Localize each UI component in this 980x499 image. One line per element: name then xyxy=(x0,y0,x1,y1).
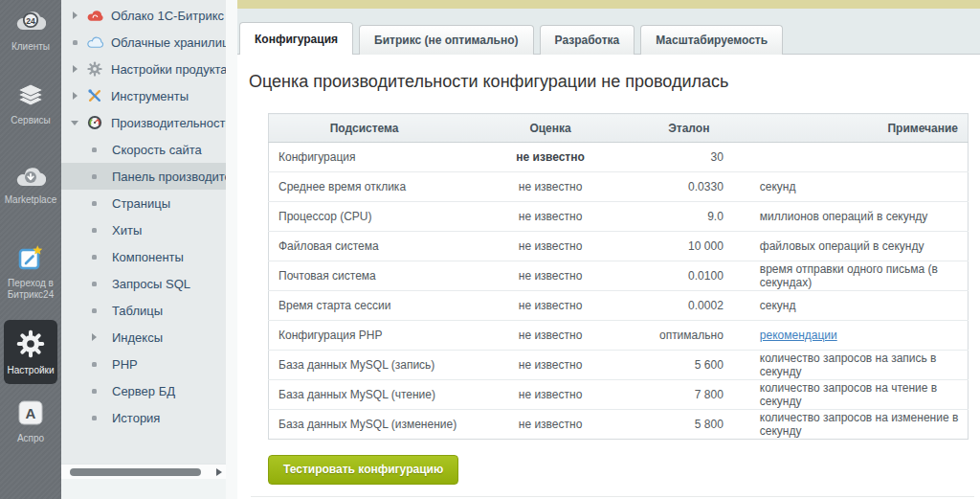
menu-item-label: Страницы xyxy=(112,196,170,211)
cell-text: Время старта сессии xyxy=(278,299,390,312)
column-header: Подсистема xyxy=(269,114,460,143)
bullet-icon xyxy=(88,201,100,206)
rail-item-label: Сервисы xyxy=(11,115,50,126)
menu-item[interactable]: История xyxy=(61,404,226,431)
tab-label: Масштабируемость xyxy=(656,34,768,47)
tab-scalability[interactable]: Масштабируемость xyxy=(640,25,783,55)
chevron-right-icon[interactable] xyxy=(69,11,80,19)
chevron-right-icon[interactable] xyxy=(88,333,100,341)
rail-item-cloud-download[interactable]: Marketplace xyxy=(0,165,61,206)
cell-text: не известно xyxy=(519,388,583,401)
cell-text: количество запросов на изменение в секун… xyxy=(760,411,959,438)
menu-item[interactable]: Индексы xyxy=(61,324,226,351)
scroll-track[interactable] xyxy=(68,468,213,476)
cell-text: не известно xyxy=(519,329,583,342)
table-row: Почтовая системане известно0.0100время о… xyxy=(269,261,969,291)
menu-horizontal-scrollbar[interactable] xyxy=(61,464,226,479)
menu-item[interactable]: Облачные хранилища xyxy=(61,29,226,56)
recommendations-link[interactable]: рекомендации xyxy=(760,329,837,342)
rail-item-clients-24[interactable]: 24Клиенты xyxy=(0,8,61,53)
cloud-download-icon xyxy=(15,165,46,192)
cell-text: секунд xyxy=(760,180,796,193)
table-header-row: ПодсистемаОценкаЭталонПримечание xyxy=(269,114,969,143)
bitrix24-icon xyxy=(17,244,44,275)
chevron-right-icon[interactable] xyxy=(69,92,80,100)
chevron-right-icon[interactable] xyxy=(69,65,80,73)
menu-item[interactable]: Страницы xyxy=(61,190,226,216)
tab-label: Конфигурация xyxy=(255,33,338,46)
gear-icon xyxy=(16,329,45,362)
subsystem-cell: База данных MySQL (чтение) xyxy=(269,380,460,410)
menu-item[interactable]: Таблицы xyxy=(61,297,226,324)
bullet-icon xyxy=(88,255,100,260)
notice-band xyxy=(237,0,980,9)
rail-item-label: Аспро xyxy=(17,433,44,444)
score-cell: не известно xyxy=(459,380,641,410)
rail-item-label: Переход в Битрикс24 xyxy=(2,278,59,301)
menu-item-label: Настройки продукта xyxy=(111,62,226,77)
note-cell xyxy=(737,143,969,172)
tab-configuration[interactable]: Конфигурация xyxy=(239,22,353,55)
menu-item[interactable]: Инструменты xyxy=(61,82,226,109)
main-area: КонфигурацияБитрикс (не оптимально)Разра… xyxy=(237,0,980,499)
cloud-red-icon xyxy=(86,8,103,23)
bullet-icon xyxy=(88,282,100,286)
menu-item[interactable]: Сервер БД xyxy=(61,377,226,404)
test-configuration-button[interactable]: Тестировать конфигурацию xyxy=(268,455,458,485)
subsystem-cell: Среднее время отклика xyxy=(269,172,460,202)
bullet-icon xyxy=(88,362,100,367)
menu-item-label: Компоненты xyxy=(112,250,184,264)
menu-item[interactable]: Производительность xyxy=(61,109,226,136)
tab-bitrix[interactable]: Битрикс (не оптимально) xyxy=(359,25,534,55)
table-body: Конфигурацияне известно30Среднее время о… xyxy=(269,143,969,440)
etalon-cell: 0.0330 xyxy=(641,172,737,202)
cell-text: База данных MySQL (чтение) xyxy=(278,388,435,401)
score-cell: не известно xyxy=(459,232,641,261)
menu-item[interactable]: Облако 1С-Битрикс xyxy=(61,2,226,29)
cell-text: не известно xyxy=(519,418,583,431)
bullet-icon xyxy=(88,308,100,313)
note-cell: миллионов операций в секунду xyxy=(737,202,969,232)
rail-item-aspro-a[interactable]: AАспро xyxy=(0,399,61,444)
aspro-a-icon: A xyxy=(17,399,44,430)
note-cell: количество запросов на изменение в секун… xyxy=(737,410,969,440)
menu-item[interactable]: Хиты xyxy=(61,216,226,243)
cell-text: 0.0002 xyxy=(688,299,724,312)
menu-item[interactable]: Скорость сайта xyxy=(61,136,226,163)
cell-text: количество запросов на запись в секунду xyxy=(760,352,937,378)
subsystem-cell: База данных MySQL (изменение) xyxy=(269,410,460,440)
menu-item[interactable]: Настройки продукта xyxy=(61,56,226,82)
menu-item[interactable]: PHP xyxy=(61,351,226,377)
page-content: Оценка производительности конфигурации н… xyxy=(237,55,980,497)
tab-development[interactable]: Разработка xyxy=(540,25,635,55)
bullet-icon xyxy=(88,147,100,152)
chevron-down-icon[interactable] xyxy=(69,121,80,125)
table-row: Среднее время откликане известно0.0330се… xyxy=(269,172,969,202)
menu-item[interactable]: Запросы SQL xyxy=(61,270,226,297)
cell-text: не известно xyxy=(519,269,583,283)
cell-text: файловых операций в секунду xyxy=(760,239,924,253)
rail-item-layers[interactable]: Сервисы xyxy=(0,83,61,126)
cell-text: не известно xyxy=(519,239,583,253)
tab-label: Разработка xyxy=(555,34,620,47)
scroll-thumb[interactable] xyxy=(70,468,201,476)
rail-item-label: Marketplace xyxy=(5,194,56,206)
menu-item[interactable]: Панель производительност xyxy=(61,163,226,190)
cell-text: 9.0 xyxy=(707,210,724,223)
cell-text: не известно xyxy=(519,358,583,372)
score-cell: не известно xyxy=(459,143,641,172)
subsystem-cell: Почтовая система xyxy=(269,261,460,291)
table-row: База данных MySQL (изменение)не известно… xyxy=(269,410,969,440)
menu-item-label: PHP xyxy=(112,357,138,372)
menu-item[interactable]: Компоненты xyxy=(61,243,226,270)
layers-icon xyxy=(16,83,45,112)
rail-item-gear[interactable]: Настройки xyxy=(4,320,57,384)
cell-text: 0.0330 xyxy=(688,180,724,193)
rail-item-bitrix24[interactable]: Переход в Битрикс24 xyxy=(0,244,61,301)
menu-item-label: Таблицы xyxy=(112,304,163,318)
cloud-blue-icon xyxy=(86,34,103,50)
etalon-cell: 7 800 xyxy=(641,380,737,410)
subsystem-cell: База данных MySQL (запись) xyxy=(269,351,460,380)
scroll-right-arrow[interactable] xyxy=(216,468,222,476)
menu-item-label: Хиты xyxy=(112,223,142,238)
